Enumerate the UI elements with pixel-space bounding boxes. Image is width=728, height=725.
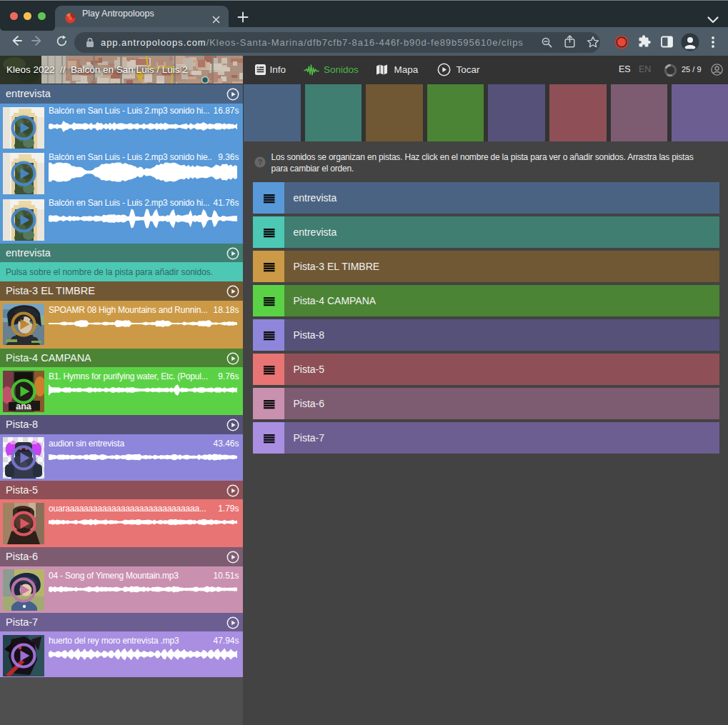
svg-text:?: ? (257, 157, 261, 166)
